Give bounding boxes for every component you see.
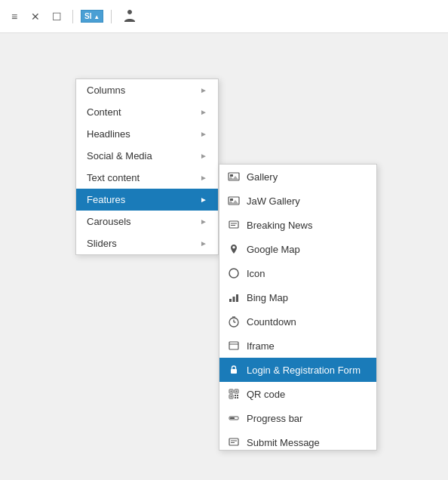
- submenu-label-submit-message: Submit Message: [247, 437, 320, 448]
- separator2: [111, 10, 112, 23]
- submenu-label-jaw-gallery: JaW Gallery: [247, 195, 300, 207]
- submenu-item-jaw-gallery[interactable]: JaW Gallery: [219, 189, 376, 213]
- progress-icon: [227, 411, 241, 425]
- menu-label-headlines: Headlines: [87, 128, 130, 140]
- submenu-item-progress-bar[interactable]: Progress bar: [219, 406, 376, 430]
- svg-rect-26: [235, 397, 236, 398]
- submenu-item-breaking-news[interactable]: Breaking News: [219, 213, 376, 237]
- toolbar: ≡ ✕ ☐ SI ▲: [0, 0, 448, 33]
- menu-item-social-media[interactable]: Social & Media ►: [76, 145, 218, 167]
- qr-icon: [227, 387, 241, 401]
- svg-rect-29: [230, 417, 235, 419]
- jaw-gallery-icon: [227, 194, 241, 208]
- chevron-icon-features: ►: [200, 195, 207, 204]
- submenu-label-progress-bar: Progress bar: [247, 413, 302, 424]
- submenu-label-login-registration: Login & Registration Form: [247, 365, 361, 376]
- menu-item-carousels[interactable]: Carousels ►: [76, 211, 218, 232]
- svg-rect-25: [237, 395, 238, 396]
- menu-label-sliders: Sliders: [87, 238, 117, 249]
- breaking-news-icon: [227, 218, 241, 232]
- svg-rect-17: [231, 369, 237, 374]
- main-menu: Columns ► Content ► Headlines ► Social &…: [75, 78, 219, 255]
- menu-item-headlines[interactable]: Headlines ►: [76, 123, 218, 145]
- submenu-item-icon[interactable]: Icon: [219, 261, 376, 285]
- person-icon[interactable]: [119, 6, 140, 27]
- submenu-item-login-registration[interactable]: Login & Registration Form: [219, 358, 376, 382]
- svg-rect-30: [229, 438, 238, 445]
- menu-label-social-media: Social & Media: [87, 150, 152, 162]
- submenu-label-countdown: Countdown: [247, 316, 296, 328]
- svg-rect-24: [235, 395, 236, 396]
- submenu-item-bing-map[interactable]: Bing Map: [219, 285, 376, 309]
- map-icon: [227, 242, 241, 256]
- submenu-label-qr-code: QR code: [247, 389, 285, 400]
- chevron-icon-columns: ►: [200, 86, 207, 94]
- submenu-label-gallery: Gallery: [247, 171, 278, 183]
- svg-rect-27: [237, 397, 238, 398]
- menu-item-features[interactable]: Features ►: [76, 189, 218, 211]
- svg-point-7: [229, 269, 238, 278]
- submenu-label-google-map: Google Map: [247, 244, 300, 255]
- svg-rect-4: [229, 221, 238, 228]
- menu-item-text-content[interactable]: Text content ►: [76, 167, 218, 189]
- svg-rect-1: [230, 174, 233, 177]
- submenu-item-submit-message[interactable]: Submit Message: [219, 430, 376, 451]
- menu-item-sliders[interactable]: Sliders ►: [76, 232, 218, 254]
- features-submenu: Gallery JaW Gallery Breaking News: [219, 164, 377, 451]
- svg-rect-10: [236, 294, 238, 302]
- bing-map-icon: [227, 291, 241, 304]
- chevron-icon-sliders: ►: [200, 239, 207, 248]
- gallery-icon: [227, 170, 241, 183]
- svg-rect-19: [231, 391, 232, 392]
- chevron-icon-carousels: ►: [200, 217, 207, 226]
- menu-label-text-content: Text content: [87, 172, 140, 183]
- submit-icon: [227, 435, 241, 449]
- menu-item-columns[interactable]: Columns ►: [76, 79, 218, 101]
- submenu-item-iframe[interactable]: Iframe: [219, 334, 376, 358]
- svg-rect-21: [236, 391, 238, 392]
- submenu-label-breaking-news: Breaking News: [247, 220, 312, 231]
- menu-item-content[interactable]: Content ►: [76, 101, 218, 123]
- submenu-item-google-map[interactable]: Google Map: [219, 237, 376, 261]
- chevron-icon-content: ►: [200, 108, 207, 116]
- si-label: SI: [84, 12, 91, 20]
- submenu-label-iframe: Iframe: [247, 340, 275, 352]
- menu-icon[interactable]: ≡: [6, 8, 23, 25]
- submenu-label-bing-map: Bing Map: [247, 292, 288, 303]
- chevron-icon-headlines: ►: [200, 130, 207, 138]
- menu-label-carousels: Carousels: [87, 216, 131, 227]
- si-button[interactable]: SI ▲: [81, 10, 103, 23]
- chevron-icon-text-content: ►: [200, 174, 207, 182]
- square-icon[interactable]: ☐: [48, 8, 65, 25]
- menu-label-columns: Columns: [87, 85, 125, 96]
- submenu-item-gallery[interactable]: Gallery: [219, 165, 376, 189]
- submenu-scroll-area[interactable]: Gallery JaW Gallery Breaking News: [219, 165, 376, 451]
- menu-label-content: Content: [87, 106, 121, 118]
- lock-icon: [227, 363, 241, 377]
- separator: [72, 10, 73, 23]
- submenu-item-qr-code[interactable]: QR code: [219, 382, 376, 406]
- svg-rect-8: [229, 299, 232, 302]
- chevron-icon-social-media: ►: [200, 152, 207, 160]
- si-arrow: ▲: [94, 14, 100, 20]
- svg-rect-3: [230, 198, 233, 201]
- close-icon[interactable]: ✕: [27, 8, 44, 25]
- countdown-icon: [227, 315, 241, 328]
- circle-icon: [227, 266, 241, 280]
- submenu-item-countdown[interactable]: Countdown: [219, 309, 376, 334]
- menu-label-features: Features: [87, 194, 125, 205]
- submenu-label-icon: Icon: [247, 268, 265, 279]
- iframe-icon: [227, 339, 241, 352]
- svg-rect-23: [231, 396, 232, 398]
- svg-rect-15: [229, 342, 238, 349]
- svg-rect-9: [233, 297, 235, 302]
